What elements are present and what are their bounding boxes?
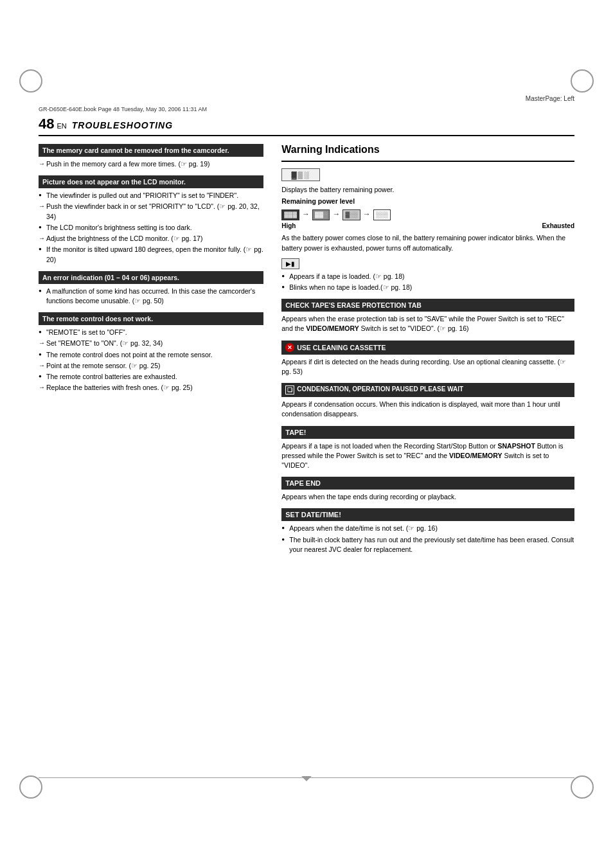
list-item: Push the viewfinder back in or set "PRIO… [39,202,263,221]
list-item: Blinks when no tape is loaded.(☞ pg. 18) [281,283,574,292]
page-container: MasterPage: Left GR-D650E-640E.book Page… [0,0,613,868]
remote-control-body: "REMOTE" is set to "OFF". Set "REMOTE" t… [39,328,263,393]
page-number: 48 [39,116,54,132]
list-item: Replace the batteries with fresh ones. (… [39,383,263,393]
page-lang: EN [57,122,66,130]
list-item: Push in the memory card a few more times… [39,159,263,169]
battery-level-labels: High Exhausted [281,222,574,231]
list-item: Adjust the brightness of the LCD monitor… [39,234,263,244]
masterpage-label: MasterPage: Left [526,95,574,102]
tape-excl-header: TAPE! [281,426,574,439]
bottom-decoration-triangle [301,776,312,781]
corner-decoration-tr [571,69,594,93]
condensation-icon: ❑ [285,385,294,394]
use-cleaning-body: Appears if dirt is detected on the heads… [281,357,574,376]
condensation-label: CONDENSATION, OPERATION PAUSED PLEASE WA… [297,385,463,393]
set-date-header: SET DATE/TIME! [281,508,574,521]
page-title: TROUBLESHOOTING [72,120,173,130]
warning-indications-title: Warning Indications [281,144,574,155]
corner-decoration-bl [19,775,42,799]
corner-decoration-tl [19,69,42,93]
battery-body-text: As the battery power comes close to nil,… [281,233,574,252]
exhausted-label: Exhausted [542,222,574,231]
remaining-power-label: Remaining power level [281,197,574,206]
list-item: The built-in clock battery has run out a… [281,535,574,554]
page-header: 48 EN TROUBLESHOOTING [39,116,574,136]
corner-decoration-br [571,775,594,799]
lcd-picture-header: Picture does not appear on the LCD monit… [39,175,263,188]
tape-icon-indicator: ▶▮ [281,258,299,269]
use-cleaning-label: USE CLEANING CASSETTE [297,344,386,351]
list-item: "REMOTE" is set to "OFF". [39,328,263,337]
tape-icon-body: Appears if a tape is loaded. (☞ pg. 18) … [281,272,574,292]
error-indication-header: An error indication (01 – 04 or 06) appe… [39,271,263,284]
two-column-layout: The memory card cannot be removed from t… [39,144,574,558]
file-info: GR-D650E-640E.book Page 48 Tuesday, May … [39,106,207,112]
condensation-header: ❑ CONDENSATION, OPERATION PAUSED PLEASE … [281,383,574,397]
memory-card-header: The memory card cannot be removed from t… [39,144,263,157]
tape-end-body: Appears when the tape ends during record… [281,492,574,502]
list-item: The LCD monitor's brightness setting is … [39,223,263,233]
use-cleaning-header: ✕ USE CLEANING CASSETTE [281,341,574,355]
right-column: Warning Indications ▓▒░ Displays the bat… [281,144,574,558]
memory-card-body: Push in the memory card a few more times… [39,159,263,169]
lcd-picture-body: The viewfinder is pulled out and "PRIORI… [39,191,263,265]
battery-description: Displays the battery remaining power. Re… [281,185,574,253]
list-item: The viewfinder is pulled out and "PRIORI… [39,191,263,200]
battery-level-row: ▓▓▓ → ▓▓░ → ▓░░ → ░░░ [281,209,574,220]
list-item: Point at the remote sensor. (☞ pg. 25) [39,361,263,371]
condensation-body: Appears if condensation occurs. When thi… [281,400,574,419]
high-label: High [281,222,296,231]
tape-excl-body: Appears if a tape is not loaded when the… [281,441,574,471]
cleaning-icon: ✕ [285,343,294,352]
tape-end-header: TAPE END [281,477,574,490]
list-item: Appears when the date/time is not set. (… [281,524,574,533]
list-item: Set "REMOTE" to "ON". (☞ pg. 32, 34) [39,339,263,348]
list-item: Appears if a tape is loaded. (☞ pg. 18) [281,272,574,281]
list-item: The remote control batteries are exhaust… [39,372,263,382]
main-content: 48 EN TROUBLESHOOTING The memory card ca… [39,116,574,772]
check-tape-header: CHECK TAPE'S ERASE PROTECTION TAB [281,299,574,312]
remote-control-header: The remote control does not work. [39,312,263,325]
tape-icon-section: ▶▮ Appears if a tape is loaded. (☞ pg. 1… [281,258,574,292]
list-item: If the monitor is tilted upward 180 degr… [39,245,263,264]
error-indication-body: A malfunction of some kind has occurred.… [39,287,263,306]
battery-desc-text: Displays the battery remaining power. [281,185,574,195]
battery-indicator-box: ▓▒░ [281,168,320,181]
left-column: The memory card cannot be removed from t… [39,144,263,558]
check-tape-body: Appears when the erase protection tab is… [281,314,574,333]
list-item: The remote control does not point at the… [39,350,263,360]
list-item: A malfunction of some kind has occurred.… [39,287,263,306]
set-date-body: Appears when the date/time is not set. (… [281,524,574,554]
